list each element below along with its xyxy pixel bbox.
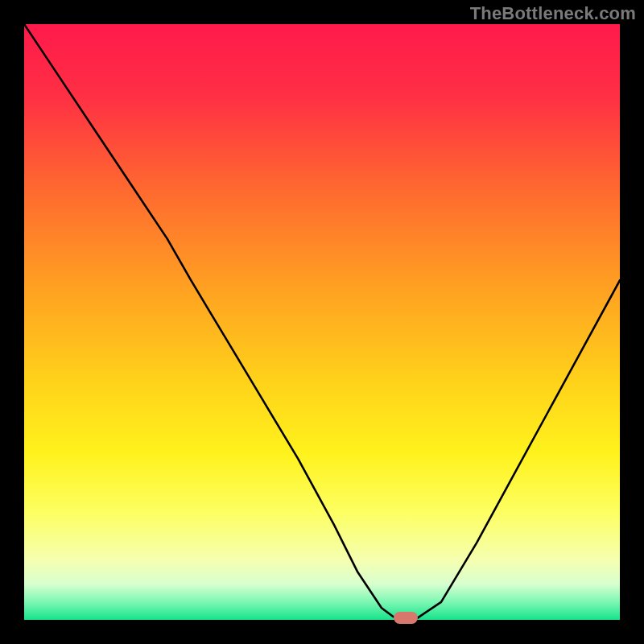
chart-svg — [24, 24, 620, 620]
gradient-background — [24, 24, 620, 620]
chart-frame: TheBottleneck.com — [0, 0, 644, 644]
plot-area — [24, 24, 620, 620]
optimal-point-marker — [394, 612, 418, 624]
watermark-text: TheBottleneck.com — [470, 3, 636, 24]
